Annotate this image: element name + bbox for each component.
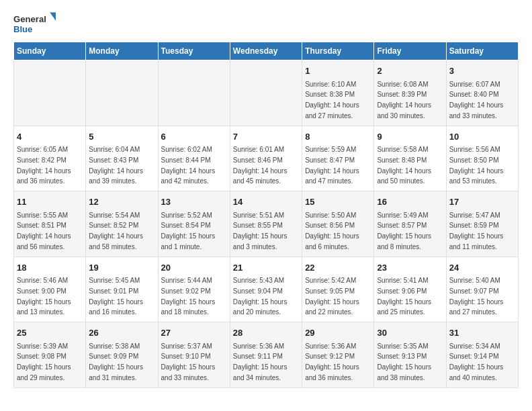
calendar-cell: 18Sunrise: 5:46 AM Sunset: 9:00 PM Dayli… <box>14 257 86 322</box>
calendar-cell: 27Sunrise: 5:37 AM Sunset: 9:10 PM Dayli… <box>158 322 230 388</box>
day-number: 19 <box>89 261 154 275</box>
day-info: Sunrise: 6:07 AM Sunset: 8:40 PM Dayligh… <box>449 81 504 120</box>
weekday-header-friday: Friday <box>374 42 446 60</box>
header: General Blue <box>13 11 519 38</box>
day-number: 13 <box>161 195 227 209</box>
day-number: 28 <box>233 326 299 340</box>
day-info: Sunrise: 6:04 AM Sunset: 8:43 PM Dayligh… <box>89 146 143 185</box>
weekday-header-sunday: Sunday <box>14 42 86 60</box>
calendar-cell: 31Sunrise: 5:34 AM Sunset: 9:14 PM Dayli… <box>446 322 518 388</box>
calendar-cell: 22Sunrise: 5:42 AM Sunset: 9:05 PM Dayli… <box>302 257 374 322</box>
day-info: Sunrise: 6:02 AM Sunset: 8:44 PM Dayligh… <box>161 146 216 185</box>
day-number: 23 <box>377 261 443 275</box>
calendar-cell <box>158 60 230 126</box>
day-number: 15 <box>305 195 371 209</box>
calendar-cell: 25Sunrise: 5:39 AM Sunset: 9:08 PM Dayli… <box>14 322 86 388</box>
day-number: 26 <box>89 326 154 340</box>
weekday-header-thursday: Thursday <box>302 42 374 60</box>
calendar-cell: 6Sunrise: 6:02 AM Sunset: 8:44 PM Daylig… <box>158 126 230 191</box>
day-number: 24 <box>449 261 515 275</box>
day-number: 2 <box>377 64 443 78</box>
calendar-cell: 15Sunrise: 5:50 AM Sunset: 8:56 PM Dayli… <box>302 191 374 257</box>
day-number: 7 <box>233 130 299 144</box>
calendar-cell: 13Sunrise: 5:52 AM Sunset: 8:54 PM Dayli… <box>158 191 230 257</box>
day-info: Sunrise: 5:44 AM Sunset: 9:02 PM Dayligh… <box>161 277 216 316</box>
day-info: Sunrise: 5:59 AM Sunset: 8:47 PM Dayligh… <box>305 146 359 185</box>
day-number: 11 <box>17 195 83 209</box>
day-number: 14 <box>233 195 299 209</box>
generalblue-logo-icon: General Blue <box>13 11 60 38</box>
calendar-cell: 23Sunrise: 5:41 AM Sunset: 9:06 PM Dayli… <box>374 257 446 322</box>
day-info: Sunrise: 5:38 AM Sunset: 9:09 PM Dayligh… <box>89 342 143 381</box>
calendar-cell: 21Sunrise: 5:43 AM Sunset: 9:04 PM Dayli… <box>230 257 302 322</box>
weekday-header-saturday: Saturday <box>446 42 518 60</box>
svg-text:General: General <box>13 14 46 24</box>
day-info: Sunrise: 5:41 AM Sunset: 9:06 PM Dayligh… <box>377 277 431 316</box>
day-number: 1 <box>305 64 371 78</box>
calendar-cell: 10Sunrise: 5:56 AM Sunset: 8:50 PM Dayli… <box>446 126 518 191</box>
day-number: 8 <box>305 130 371 144</box>
weekday-header-monday: Monday <box>86 42 158 60</box>
day-info: Sunrise: 5:49 AM Sunset: 8:57 PM Dayligh… <box>377 212 431 250</box>
week-row-5: 25Sunrise: 5:39 AM Sunset: 9:08 PM Dayli… <box>14 322 519 388</box>
calendar-cell: 1Sunrise: 6:10 AM Sunset: 8:38 PM Daylig… <box>302 60 374 126</box>
day-info: Sunrise: 6:05 AM Sunset: 8:42 PM Dayligh… <box>17 146 71 185</box>
day-info: Sunrise: 5:37 AM Sunset: 9:10 PM Dayligh… <box>161 342 216 381</box>
day-info: Sunrise: 5:36 AM Sunset: 9:11 PM Dayligh… <box>233 342 287 381</box>
calendar-cell: 8Sunrise: 5:59 AM Sunset: 8:47 PM Daylig… <box>302 126 374 191</box>
calendar-header-row: SundayMondayTuesdayWednesdayThursdayFrid… <box>14 42 519 60</box>
calendar-cell: 17Sunrise: 5:47 AM Sunset: 8:59 PM Dayli… <box>446 191 518 257</box>
calendar-cell <box>230 60 302 126</box>
day-number: 21 <box>233 261 299 275</box>
day-number: 6 <box>161 130 227 144</box>
day-number: 31 <box>449 326 515 340</box>
week-row-2: 4Sunrise: 6:05 AM Sunset: 8:42 PM Daylig… <box>14 126 519 191</box>
day-number: 27 <box>161 326 227 340</box>
day-number: 18 <box>17 261 83 275</box>
day-info: Sunrise: 5:50 AM Sunset: 8:56 PM Dayligh… <box>305 212 359 250</box>
day-number: 29 <box>305 326 371 340</box>
day-info: Sunrise: 5:55 AM Sunset: 8:51 PM Dayligh… <box>17 212 71 250</box>
calendar-cell: 19Sunrise: 5:45 AM Sunset: 9:01 PM Dayli… <box>86 257 158 322</box>
day-number: 12 <box>89 195 154 209</box>
day-info: Sunrise: 5:47 AM Sunset: 8:59 PM Dayligh… <box>449 212 504 250</box>
day-number: 9 <box>377 130 443 144</box>
day-info: Sunrise: 5:45 AM Sunset: 9:01 PM Dayligh… <box>89 277 143 316</box>
day-number: 17 <box>449 195 515 209</box>
day-info: Sunrise: 6:08 AM Sunset: 8:39 PM Dayligh… <box>377 81 431 120</box>
page-container: General Blue SundayMondayTuesdayWednesda… <box>0 0 532 399</box>
day-info: Sunrise: 5:35 AM Sunset: 9:13 PM Dayligh… <box>377 342 431 381</box>
calendar-cell: 12Sunrise: 5:54 AM Sunset: 8:52 PM Dayli… <box>86 191 158 257</box>
calendar-cell: 4Sunrise: 6:05 AM Sunset: 8:42 PM Daylig… <box>14 126 86 191</box>
day-number: 20 <box>161 261 227 275</box>
day-info: Sunrise: 5:40 AM Sunset: 9:07 PM Dayligh… <box>449 277 504 316</box>
day-info: Sunrise: 5:51 AM Sunset: 8:55 PM Dayligh… <box>233 212 287 250</box>
calendar-cell: 5Sunrise: 6:04 AM Sunset: 8:43 PM Daylig… <box>86 126 158 191</box>
calendar-cell: 20Sunrise: 5:44 AM Sunset: 9:02 PM Dayli… <box>158 257 230 322</box>
day-info: Sunrise: 5:36 AM Sunset: 9:12 PM Dayligh… <box>305 342 359 381</box>
day-number: 30 <box>377 326 443 340</box>
day-number: 16 <box>377 195 443 209</box>
calendar-cell: 24Sunrise: 5:40 AM Sunset: 9:07 PM Dayli… <box>446 257 518 322</box>
day-info: Sunrise: 5:56 AM Sunset: 8:50 PM Dayligh… <box>449 146 504 185</box>
week-row-1: 1Sunrise: 6:10 AM Sunset: 8:38 PM Daylig… <box>14 60 519 126</box>
calendar-cell: 11Sunrise: 5:55 AM Sunset: 8:51 PM Dayli… <box>14 191 86 257</box>
day-info: Sunrise: 5:43 AM Sunset: 9:04 PM Dayligh… <box>233 277 287 316</box>
calendar-cell: 3Sunrise: 6:07 AM Sunset: 8:40 PM Daylig… <box>446 60 518 126</box>
week-row-3: 11Sunrise: 5:55 AM Sunset: 8:51 PM Dayli… <box>14 191 519 257</box>
day-info: Sunrise: 5:52 AM Sunset: 8:54 PM Dayligh… <box>161 212 216 250</box>
day-info: Sunrise: 5:54 AM Sunset: 8:52 PM Dayligh… <box>89 212 143 250</box>
calendar-cell: 26Sunrise: 5:38 AM Sunset: 9:09 PM Dayli… <box>86 322 158 388</box>
calendar-table: SundayMondayTuesdayWednesdayThursdayFrid… <box>13 42 519 388</box>
day-info: Sunrise: 6:01 AM Sunset: 8:46 PM Dayligh… <box>233 146 287 185</box>
day-info: Sunrise: 5:34 AM Sunset: 9:14 PM Dayligh… <box>449 342 504 381</box>
calendar-cell: 9Sunrise: 5:58 AM Sunset: 8:48 PM Daylig… <box>374 126 446 191</box>
calendar-cell <box>86 60 158 126</box>
calendar-cell: 14Sunrise: 5:51 AM Sunset: 8:55 PM Dayli… <box>230 191 302 257</box>
calendar-cell: 29Sunrise: 5:36 AM Sunset: 9:12 PM Dayli… <box>302 322 374 388</box>
day-number: 10 <box>449 130 515 144</box>
calendar-cell: 30Sunrise: 5:35 AM Sunset: 9:13 PM Dayli… <box>374 322 446 388</box>
svg-marker-2 <box>50 13 56 21</box>
calendar-cell: 2Sunrise: 6:08 AM Sunset: 8:39 PM Daylig… <box>374 60 446 126</box>
day-number: 22 <box>305 261 371 275</box>
